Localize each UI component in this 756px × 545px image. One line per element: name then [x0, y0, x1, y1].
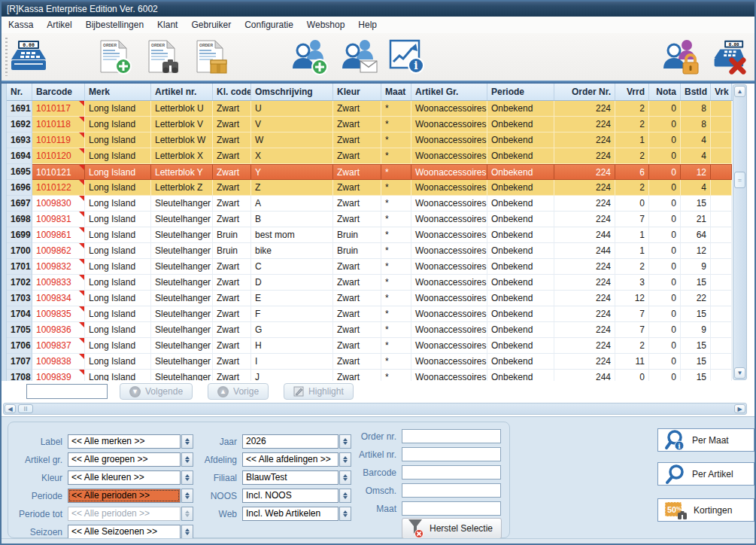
order-add-icon[interactable]: ORDER: [96, 39, 135, 75]
scroll-down-icon[interactable]: ▼: [734, 367, 745, 379]
barcode-field[interactable]: [402, 465, 501, 480]
user-lock-icon[interactable]: [662, 39, 701, 75]
column-header-ordernr[interactable]: Order Nr.: [554, 84, 615, 100]
column-header-nr[interactable]: Nr.: [7, 84, 32, 100]
spinner-icon[interactable]: [339, 507, 351, 521]
table-row[interactable]: 16951010121Long IslandLetterblok YZwartY…: [7, 164, 733, 180]
label-filter-combo[interactable]: << Alle merken >>: [68, 434, 193, 449]
table-row[interactable]: 17031009834Long IslandSleutelhanger EZwa…: [7, 291, 733, 306]
spinner-icon[interactable]: [181, 452, 193, 467]
table-row[interactable]: 16921010118Long IslandLetterblok VZwartV…: [7, 117, 733, 132]
column-header-barcode[interactable]: Barcode: [32, 84, 85, 100]
cell-nota: 0: [649, 180, 681, 196]
maat-field[interactable]: [402, 501, 501, 516]
customer-mail-icon[interactable]: [340, 39, 379, 75]
column-header-artikelnr[interactable]: Artikel nr.: [151, 84, 213, 100]
table-row[interactable]: 17021009833Long IslandSleutelhanger DZwa…: [7, 275, 733, 291]
table-row[interactable]: 16931010119Long IslandLetterblok WZwartW…: [7, 132, 733, 148]
menu-artikel[interactable]: Artikel: [40, 17, 78, 33]
periode-filter-combo[interactable]: << Alle perioden >>: [68, 489, 193, 503]
artikelgr-filter-combo[interactable]: << Alle groepen >>: [68, 452, 193, 467]
table-row[interactable]: 17001009862Long IslandSleutelhangerBruin…: [7, 243, 733, 259]
afdeling-filter-combo[interactable]: << Alle afdelingen >>: [242, 452, 351, 467]
scroll-up-icon[interactable]: ▲: [734, 86, 745, 97]
table-row[interactable]: 16991009861Long IslandSleutelhangerBruin…: [7, 227, 733, 243]
seizoen-filter-combo[interactable]: << Alle Seizoenen >>: [68, 525, 193, 539]
web-filter-combo[interactable]: Incl. Web Artikelen: [242, 507, 351, 521]
next-button[interactable]: ▼ Volgende: [120, 383, 193, 400]
toolbar-grip[interactable]: [5, 38, 8, 76]
artikelnr-field[interactable]: [402, 447, 501, 461]
vertical-scroll-thumb[interactable]: =: [734, 172, 745, 188]
table-row[interactable]: 17071009838Long IslandSleutelhanger IZwa…: [7, 354, 733, 370]
menu-gebruiker[interactable]: Gebruiker: [184, 17, 238, 33]
cell-artikelnr: Sleutelhanger B: [151, 212, 213, 227]
vertical-scrollbar[interactable]: ▲ = ▼: [733, 84, 747, 380]
spinner-icon[interactable]: [339, 434, 351, 449]
table-row[interactable]: 17081009839Long IslandSleutelhanger JZwa…: [7, 370, 733, 381]
noos-filter-combo[interactable]: Incl. NOOS: [242, 489, 351, 503]
table-row[interactable]: 17011009832Long IslandSleutelhanger CZwa…: [7, 259, 733, 275]
menu-kassa[interactable]: Kassa: [2, 17, 40, 33]
order-package-icon[interactable]: ORDER: [193, 39, 232, 75]
menu-configuratie[interactable]: Configuratie: [238, 17, 300, 33]
column-header-maat[interactable]: Maat: [381, 84, 411, 100]
column-header-omschrijving[interactable]: Omschrijving: [251, 84, 333, 100]
spinner-icon[interactable]: [181, 489, 193, 503]
column-header-bstld[interactable]: Bstld: [681, 84, 711, 100]
table-row[interactable]: 17041009835Long IslandSleutelhanger FZwa…: [7, 306, 733, 322]
search-input[interactable]: [26, 384, 108, 399]
previous-button[interactable]: ▲ Vorige: [208, 383, 269, 400]
reset-selection-button[interactable]: Herstel Selectie: [402, 518, 502, 539]
per-maat-button[interactable]: i Per Maat: [657, 428, 754, 452]
table-row[interactable]: 17051009836Long IslandSleutelhanger GZwa…: [7, 322, 733, 338]
column-header-periode[interactable]: Periode: [487, 84, 554, 100]
spinner-icon[interactable]: [181, 470, 193, 485]
table-row[interactable]: 16961010122Long IslandLetterblok ZZwartZ…: [7, 180, 733, 196]
customer-add-icon[interactable]: [290, 39, 329, 75]
cell-artikelgr: Woonaccessoires: [411, 132, 487, 148]
menu-help[interactable]: Help: [351, 17, 384, 33]
menu-webshop[interactable]: Webshop: [300, 17, 351, 33]
column-header-vrk[interactable]: Vrk: [711, 84, 732, 100]
cash-register-icon[interactable]: 0.00: [11, 39, 50, 75]
table-row[interactable]: 16941010120Long IslandLetterblok XZwartX…: [7, 148, 733, 164]
horizontal-scroll-thumb[interactable]: II: [18, 404, 33, 413]
menu-bijbestellingen[interactable]: Bijbestellingen: [79, 17, 150, 33]
cell-bstld: 15: [681, 370, 711, 381]
svg-text:ORDER: ORDER: [199, 43, 213, 47]
column-header-nota[interactable]: Nota: [649, 84, 681, 100]
ordernr-field[interactable]: [402, 429, 501, 443]
table-row[interactable]: 17061009837Long IslandSleutelhanger HZwa…: [7, 338, 733, 354]
column-header-vrrd[interactable]: Vrrd: [615, 84, 649, 100]
spinner-icon[interactable]: [339, 452, 351, 467]
spinner-icon[interactable]: [339, 470, 351, 485]
register-close-icon[interactable]: 0.00: [707, 39, 746, 75]
kortingen-button[interactable]: 50 % Kortingen: [657, 498, 754, 522]
table-row[interactable]: 16971009830Long IslandSleutelhanger AZwa…: [7, 196, 733, 212]
table-row[interactable]: 16981009831Long IslandSleutelhanger BZwa…: [7, 212, 733, 227]
horizontal-scrollbar[interactable]: ◀ II ▶: [3, 403, 747, 415]
column-header-merk[interactable]: Merk: [85, 84, 151, 100]
filiaal-filter-combo[interactable]: BlauwTest: [242, 470, 351, 485]
spinner-icon[interactable]: [181, 525, 193, 539]
omsch-field[interactable]: [402, 483, 501, 498]
column-header-klcode[interactable]: Kl. code: [213, 84, 251, 100]
highlight-button[interactable]: Highlight: [284, 383, 354, 400]
cell-klcode: Zwart: [213, 117, 251, 132]
order-search-icon[interactable]: ORDER: [144, 39, 184, 75]
cell-ordernr: 224: [554, 275, 615, 291]
column-header-kleur[interactable]: Kleur: [333, 84, 381, 100]
menu-klant[interactable]: Klant: [150, 17, 184, 33]
spinner-icon[interactable]: [181, 434, 193, 449]
scroll-left-icon[interactable]: ◀: [5, 404, 16, 413]
jaar-filter-combo[interactable]: 2026: [242, 434, 351, 449]
app-window: [R]Kassa Enterprise Edition Ver. 6002 Ka…: [0, 0, 756, 545]
table-row[interactable]: 16911010117Long IslandLetterblok UZwartU…: [7, 101, 733, 117]
column-header-artikelgr[interactable]: Artikel Gr.: [411, 84, 487, 100]
spinner-icon[interactable]: [339, 489, 351, 503]
kleur-filter-combo[interactable]: << Alle kleuren >>: [68, 470, 193, 485]
statistics-info-icon[interactable]: i: [388, 39, 427, 75]
per-artikel-button[interactable]: Per Artikel: [657, 462, 754, 486]
scroll-right-icon[interactable]: ▶: [734, 404, 745, 413]
